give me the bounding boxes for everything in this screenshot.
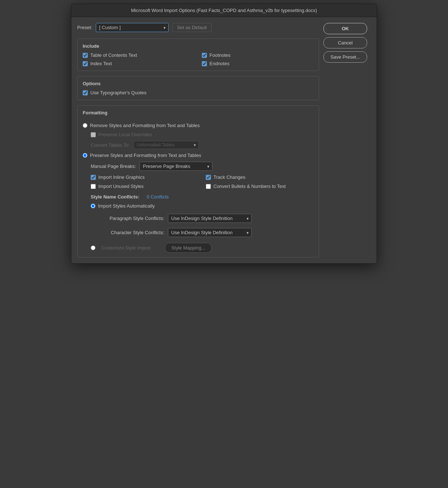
convert-tables-label: Convert Tables To:: [91, 142, 130, 148]
options-title: Options: [83, 81, 314, 86]
index-checkbox[interactable]: [83, 61, 88, 66]
toc-checkbox[interactable]: [83, 53, 88, 58]
remove-styles-radio-item: Remove Styles and Formatting from Text a…: [83, 123, 314, 128]
preset-select[interactable]: [ Custom ] Default: [96, 23, 169, 32]
options-section: Options Use Typographer's Quotes: [77, 76, 319, 100]
typo-quotes-checkbox[interactable]: [83, 90, 88, 95]
footnotes-checkbox-item: Footnotes: [202, 52, 314, 58]
preserve-styles-radio-item: Preserve Styles and Formatting from Text…: [83, 153, 314, 158]
mpb-select-wrapper: Preserve Page Breaks Convert to Column B…: [139, 162, 212, 171]
endnotes-checkbox-item: Endnotes: [202, 61, 314, 66]
mpb-label: Manual Page Breaks:: [91, 164, 136, 169]
save-preset-button[interactable]: Save Preset...: [323, 51, 367, 63]
import-inline-item: Import Inline Graphics: [91, 174, 199, 180]
convert-bullets-checkbox[interactable]: [206, 184, 211, 189]
mpb-select[interactable]: Preserve Page Breaks Convert to Column B…: [139, 162, 212, 171]
include-title: Include: [83, 43, 314, 49]
character-style-select-wrapper: Use InDesign Style Definition Redefine I…: [168, 228, 252, 237]
import-unused-item: Import Unused Styles: [91, 184, 199, 189]
title-bar: Microsoft Word Import Options (Fast Fact…: [71, 4, 377, 17]
include-checkboxes: Table of Contents Text Footnotes Index T…: [83, 52, 314, 66]
index-label: Index Text: [90, 61, 112, 66]
preserve-local-row: Preserve Local Overrides: [91, 132, 314, 137]
footnotes-label: Footnotes: [209, 52, 231, 58]
style-mapping-button: Style Mapping...: [165, 243, 211, 253]
side-buttons: OK Cancel Save Preset...: [323, 23, 371, 257]
formatting-section: Formatting Remove Styles and Formatting …: [77, 105, 319, 257]
ok-button[interactable]: OK: [323, 23, 367, 34]
convert-bullets-label: Convert Bullets & Numbers to Text: [213, 184, 286, 189]
footnotes-checkbox[interactable]: [202, 53, 207, 58]
index-checkbox-item: Index Text: [83, 61, 194, 66]
track-changes-item: Track Changes: [206, 174, 314, 180]
import-unused-label: Import Unused Styles: [98, 184, 144, 189]
toc-checkbox-item: Table of Contents Text: [83, 52, 194, 58]
character-style-row: Character Style Conflicts: Use InDesign …: [99, 228, 314, 237]
import-styles-auto-row: Import Styles Automatically: [91, 203, 314, 209]
preset-select-wrapper: [ Custom ] Default: [96, 23, 169, 32]
unused-bullets-row: Import Unused Styles Convert Bullets & N…: [91, 184, 314, 189]
track-changes-checkbox[interactable]: [206, 175, 211, 180]
import-unused-checkbox[interactable]: [91, 184, 96, 189]
import-styles-auto-item: Import Styles Automatically: [91, 203, 314, 209]
convert-tables-select-wrapper: Unformatted Tables Formatted Tables: [133, 141, 199, 149]
formatting-title: Formatting: [83, 110, 314, 115]
customize-style-row: Customize Style Import Style Mapping...: [91, 243, 314, 253]
preset-row: Preset: [ Custom ] Default Set as Defaul…: [77, 23, 319, 32]
import-inline-checkbox[interactable]: [91, 175, 96, 180]
dialog-title: Microsoft Word Import Options (Fast Fact…: [131, 8, 317, 13]
cancel-button[interactable]: Cancel: [323, 37, 367, 48]
main-content: Preset: [ Custom ] Default Set as Defaul…: [77, 23, 319, 257]
customize-style-radio[interactable]: [91, 245, 95, 250]
import-styles-auto-label: Import Styles Automatically: [98, 203, 155, 209]
preserve-styles-label: Preserve Styles and Formatting from Text…: [90, 153, 201, 158]
remove-styles-label: Remove Styles and Formatting from Text a…: [90, 123, 200, 128]
include-section: Include Table of Contents Text Footnotes: [77, 39, 319, 71]
preset-label: Preset:: [77, 25, 92, 30]
convert-bullets-item: Convert Bullets & Numbers to Text: [206, 184, 314, 189]
convert-tables-select: Unformatted Tables Formatted Tables: [133, 141, 199, 149]
character-style-select[interactable]: Use InDesign Style Definition Redefine I…: [168, 228, 252, 237]
customize-style-label: Customize Style Import: [102, 245, 150, 251]
endnotes-checkbox[interactable]: [202, 61, 207, 66]
convert-tables-row: Convert Tables To: Unformatted Tables Fo…: [91, 141, 314, 149]
inline-track-row: Import Inline Graphics Track Changes: [91, 174, 314, 180]
character-style-label: Character Style Conflicts:: [99, 230, 164, 235]
preserve-local-item: Preserve Local Overrides: [91, 132, 314, 137]
typo-quotes-label: Use Typographer's Quotes: [90, 90, 146, 95]
preserve-local-label: Preserve Local Overrides: [98, 132, 152, 137]
preserve-styles-radio[interactable]: [83, 153, 87, 158]
track-changes-label: Track Changes: [213, 174, 245, 180]
import-styles-auto-radio[interactable]: [91, 204, 95, 208]
paragraph-style-select-wrapper: Use InDesign Style Definition Redefine I…: [168, 214, 252, 223]
typo-quotes-item: Use Typographer's Quotes: [83, 90, 314, 95]
dialog-container: Microsoft Word Import Options (Fast Fact…: [71, 4, 377, 264]
style-name-conflicts-row: Style Name Conflicts: 0 Conflicts: [91, 194, 314, 200]
set-as-default-button[interactable]: Set as Default: [172, 23, 212, 32]
toc-label: Table of Contents Text: [90, 52, 137, 58]
conflicts-value: 0 Conflicts: [147, 194, 169, 200]
remove-styles-radio[interactable]: [83, 123, 87, 128]
endnotes-label: Endnotes: [209, 61, 229, 66]
import-inline-label: Import Inline Graphics: [98, 174, 145, 180]
preserve-local-checkbox: [91, 132, 96, 137]
manual-page-breaks-row: Manual Page Breaks: Preserve Page Breaks…: [91, 162, 314, 171]
paragraph-style-select[interactable]: Use InDesign Style Definition Redefine I…: [168, 214, 252, 223]
paragraph-style-label: Paragraph Style Conflicts:: [99, 216, 164, 221]
paragraph-style-row: Paragraph Style Conflicts: Use InDesign …: [99, 214, 314, 223]
style-name-conflicts-label: Style Name Conflicts:: [91, 194, 139, 200]
